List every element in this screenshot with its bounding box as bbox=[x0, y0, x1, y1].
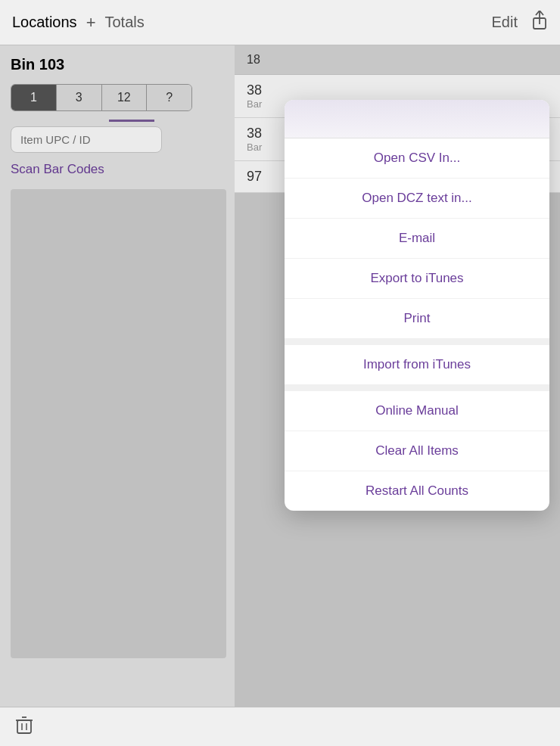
share-icon bbox=[531, 11, 548, 30]
popover-item-email[interactable]: E-mail bbox=[285, 219, 549, 259]
popover-item-clear-all[interactable]: Clear All Items bbox=[285, 431, 549, 471]
popover-item-restart-all[interactable]: Restart All Counts bbox=[285, 471, 549, 511]
main-content: Bin 103 1 3 12 ? Scan Bar Codes 18 38 Ba… bbox=[0, 45, 560, 707]
popover-section-divider-2 bbox=[285, 385, 549, 391]
popover-item-online-manual[interactable]: Online Manual bbox=[285, 391, 549, 431]
popover-item-open-dcz[interactable]: Open DCZ text in... bbox=[285, 179, 549, 219]
nav-bar: Locations + Totals Edit bbox=[0, 0, 560, 45]
trash-button[interactable] bbox=[15, 715, 33, 739]
popover-header-tint bbox=[285, 100, 549, 138]
popover-menu: Open CSV In... Open DCZ text in... E-mai… bbox=[285, 100, 549, 511]
bottom-toolbar bbox=[0, 707, 560, 746]
popover-item-print[interactable]: Print bbox=[285, 299, 549, 339]
trash-icon bbox=[15, 715, 33, 735]
nav-right: Edit bbox=[492, 11, 548, 35]
nav-locations[interactable]: Locations bbox=[12, 14, 77, 31]
popover-item-import-itunes[interactable]: Import from iTunes bbox=[285, 345, 549, 385]
nav-totals[interactable]: Totals bbox=[104, 14, 144, 31]
popover-section-divider-1 bbox=[285, 339, 549, 345]
nav-edit-button[interactable]: Edit bbox=[492, 14, 518, 31]
nav-share-button[interactable] bbox=[531, 11, 548, 35]
popover-item-open-csv[interactable]: Open CSV In... bbox=[285, 138, 549, 179]
popover-item-export-itunes[interactable]: Export to iTunes bbox=[285, 259, 549, 299]
nav-plus-button[interactable]: + bbox=[86, 13, 96, 33]
svg-rect-2 bbox=[17, 720, 31, 733]
